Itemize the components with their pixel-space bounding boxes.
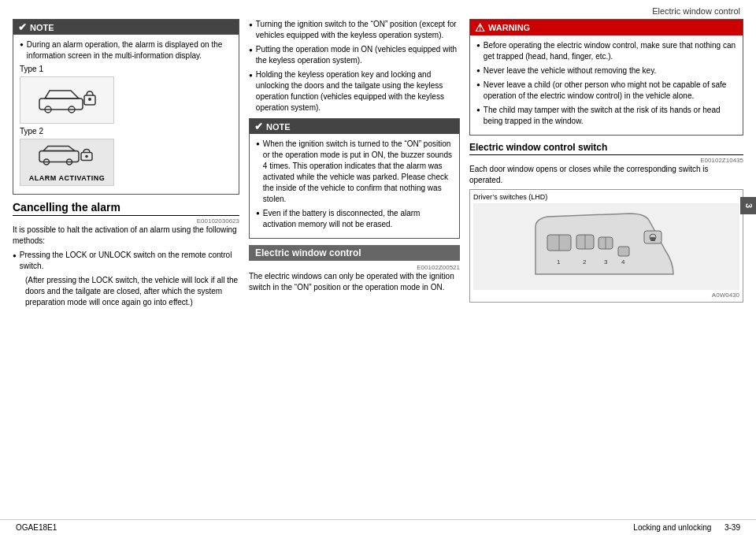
cancelling-alarm-section: Cancelling the alarm E00102030623 It is … — [13, 201, 239, 308]
svg-rect-18 — [618, 247, 629, 256]
alarm-type1-image — [20, 76, 114, 124]
img-label: A0W0430 — [473, 292, 739, 299]
alarm-type1-svg — [35, 84, 98, 116]
ewc-body: The electric windows can only be operate… — [249, 271, 460, 293]
alarm-item-1: Turning the ignition switch to the “ON” … — [249, 19, 460, 41]
note-item-1: During an alarm operation, the alarm is … — [20, 39, 232, 61]
warning-item-2: Never leave the vehicle without removing… — [476, 65, 736, 76]
driver-switches-box: Driver’s switches (LHD) — [469, 189, 743, 303]
alarm-activating-text: ALARM ACTIVATING — [29, 174, 105, 182]
ewc-section-header: Electric window control — [249, 245, 460, 261]
svg-text:3: 3 — [604, 258, 608, 266]
switch-id: E00102Z10435 — [469, 157, 743, 164]
cancelling-alarm-sub-1: (After pressing the LOCK switch, the veh… — [25, 275, 239, 308]
svg-rect-25 — [650, 237, 655, 241]
switch-section: Electric window control switch E00102Z10… — [469, 142, 743, 303]
svg-rect-6 — [39, 151, 79, 162]
alarm-item-2: Putting the operation mode in ON (vehicl… — [249, 44, 460, 66]
driver-switches-image: 1 2 3 4 — [473, 203, 739, 290]
driver-switches-label: Driver’s switches (LHD) — [473, 193, 739, 201]
svg-text:4: 4 — [621, 258, 625, 266]
footer-right: Locking and unlocking 3-39 — [633, 523, 740, 532]
warning-item-3: Never leave a child (or other person who… — [476, 80, 736, 102]
type2-label: Type 2 — [20, 127, 232, 136]
switch-body: Each door window opens or closes while t… — [469, 164, 743, 186]
svg-point-5 — [88, 98, 91, 101]
main-content: ✔ NOTE During an alarm operation, the al… — [0, 19, 756, 515]
note-header-1: ✔ NOTE — [13, 20, 239, 35]
note-box-1: ✔ NOTE During an alarm operation, the al… — [13, 19, 239, 195]
switch-title: Electric window control switch — [469, 142, 743, 155]
warning-triangle-icon: ⚠ — [475, 21, 485, 34]
note-header-2: ✔ NOTE — [250, 119, 459, 134]
driver-switches-svg: 1 2 3 4 — [528, 207, 685, 286]
svg-point-11 — [85, 155, 88, 158]
ewc-id: E00102Z00521 — [249, 264, 460, 271]
note-box-2: ✔ NOTE When the ignition switch is turne… — [249, 118, 460, 239]
warning-box: ⚠ WARNING Before operating the electric … — [469, 19, 743, 136]
note2-item-2: Even if the battery is disconnected, the… — [256, 208, 453, 230]
warning-item-1: Before operating the electric window con… — [476, 40, 736, 62]
svg-text:2: 2 — [583, 258, 587, 266]
alarm-type2-svg — [35, 143, 98, 174]
mid-column: Turning the ignition switch to the “ON” … — [244, 19, 465, 515]
warning-header: ⚠ WARNING — [470, 20, 743, 35]
note-check-icon: ✔ — [18, 21, 27, 33]
cancelling-alarm-item-1: Pressing the LOCK or UNLOCK switch on th… — [13, 250, 239, 272]
svg-marker-7 — [43, 147, 75, 151]
type1-label: Type 1 — [20, 65, 232, 73]
page-header: Electric window control — [0, 0, 756, 19]
cancelling-alarm-title: Cancelling the alarm — [13, 201, 239, 216]
note2-item-1: When the ignition switch is turned to th… — [256, 139, 453, 205]
alarm-type2-image: ALARM ACTIVATING — [20, 139, 114, 186]
left-column: ✔ NOTE During an alarm operation, the al… — [8, 19, 244, 515]
side-tab: 3 — [740, 197, 756, 214]
header-title: Electric window control — [652, 6, 740, 16]
svg-text:1: 1 — [557, 258, 561, 266]
page-footer: OGAE18E1 Locking and unlocking 3-39 — [0, 519, 756, 535]
right-column: ⚠ WARNING Before operating the electric … — [465, 19, 748, 515]
cancelling-alarm-body: It is possible to halt the activation of… — [13, 225, 239, 247]
note2-check-icon: ✔ — [254, 121, 263, 132]
footer-left: OGAE18E1 — [16, 523, 57, 532]
svg-marker-1 — [45, 91, 79, 98]
cancelling-alarm-id: E00102030623 — [13, 217, 239, 225]
alarm-item-3: Holding the keyless operation key and lo… — [249, 69, 460, 113]
warning-item-4: The child may tamper with the switch at … — [476, 105, 736, 127]
